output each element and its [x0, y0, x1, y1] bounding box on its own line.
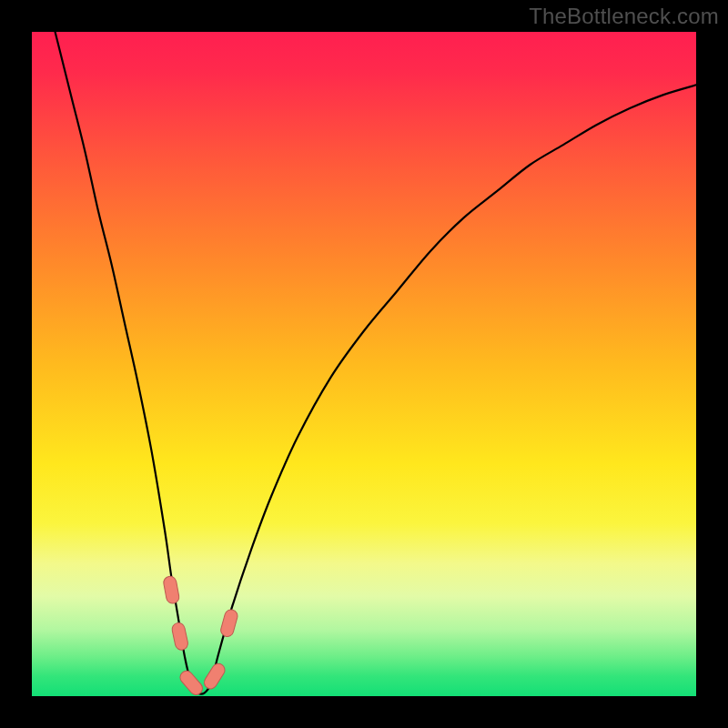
plot-background: [32, 32, 696, 696]
watermark-text: TheBottleneck.com: [529, 4, 719, 29]
bottleneck-chart: [32, 32, 696, 696]
chart-frame: TheBottleneck.com: [0, 0, 728, 728]
